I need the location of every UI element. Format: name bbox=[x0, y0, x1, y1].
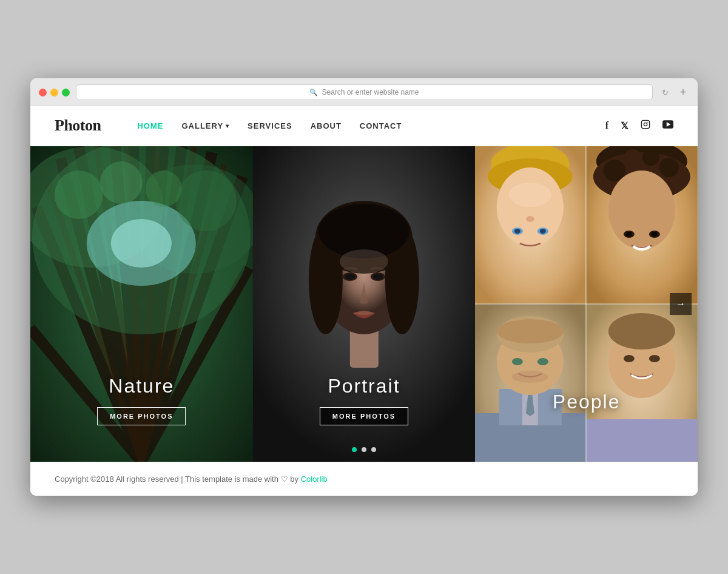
website-content: Photon HOME GALLERY ▾ SERVICES ABOUT CON… bbox=[30, 106, 698, 496]
traffic-lights bbox=[39, 89, 70, 96]
people-panel-overlay: People MORE PHOTOS bbox=[475, 391, 698, 462]
gallery-panel-portrait[interactable]: Portrait MORE PHOTOS bbox=[253, 146, 476, 462]
nature-title: Nature bbox=[109, 375, 174, 397]
address-bar[interactable]: 🔍 Search or enter website name bbox=[76, 84, 653, 100]
svg-point-44 bbox=[339, 249, 388, 274]
youtube-icon[interactable] bbox=[662, 120, 673, 131]
gallery-panel-nature[interactable]: Nature MORE PHOTOS bbox=[30, 146, 253, 462]
svg-point-64 bbox=[608, 171, 675, 249]
footer-colorlib-link[interactable]: Colorlib bbox=[301, 474, 328, 484]
svg-rect-0 bbox=[641, 120, 649, 128]
svg-point-42 bbox=[345, 274, 354, 280]
svg-point-61 bbox=[659, 158, 679, 177]
site-nav: HOME GALLERY ▾ SERVICES ABOUT CONTACT bbox=[137, 121, 605, 130]
nav-gallery[interactable]: GALLERY ▾ bbox=[181, 121, 229, 130]
nav-home[interactable]: HOME bbox=[137, 121, 163, 130]
svg-point-62 bbox=[624, 149, 642, 167]
svg-point-32 bbox=[146, 171, 182, 207]
footer-copyright: Copyright ©2018 All rights reserved | Th… bbox=[55, 474, 278, 484]
nature-more-photos-button[interactable]: MORE PHOTOS bbox=[97, 407, 186, 425]
carousel-dots bbox=[253, 447, 476, 452]
close-button[interactable] bbox=[39, 89, 47, 96]
gallery-grid: Nature MORE PHOTOS bbox=[30, 146, 698, 462]
address-text: Search or enter website name bbox=[322, 88, 419, 96]
dot-1[interactable] bbox=[352, 447, 357, 452]
facebook-icon[interactable]: f bbox=[605, 120, 608, 131]
svg-point-80 bbox=[608, 313, 675, 349]
svg-point-76 bbox=[538, 358, 548, 365]
gallery-panel-people[interactable]: → People MORE PHOTOS bbox=[475, 146, 698, 462]
footer-by: by bbox=[290, 474, 298, 484]
svg-point-28 bbox=[111, 219, 172, 268]
svg-point-54 bbox=[514, 229, 521, 234]
browser-window: 🔍 Search or enter website name ↻ + Photo… bbox=[30, 78, 698, 496]
site-logo[interactable]: Photon bbox=[55, 116, 101, 135]
browser-chrome: 🔍 Search or enter website name ↻ + bbox=[30, 78, 698, 106]
svg-point-2 bbox=[647, 122, 648, 123]
chevron-down-icon: ▾ bbox=[226, 123, 229, 129]
twitter-icon[interactable]: 𝕏 bbox=[621, 120, 629, 132]
people-title: People bbox=[553, 391, 621, 413]
social-icons: f 𝕏 bbox=[605, 120, 673, 132]
dot-3[interactable] bbox=[371, 447, 376, 452]
svg-point-57 bbox=[509, 183, 551, 207]
svg-point-81 bbox=[624, 355, 635, 362]
nav-services[interactable]: SERVICES bbox=[248, 121, 292, 130]
instagram-icon[interactable] bbox=[641, 120, 650, 132]
svg-point-43 bbox=[372, 274, 382, 280]
svg-point-29 bbox=[55, 171, 103, 219]
svg-point-77 bbox=[512, 371, 548, 383]
heart-icon: ♡ bbox=[281, 474, 288, 484]
refresh-button[interactable]: ↻ bbox=[659, 86, 671, 98]
svg-point-56 bbox=[526, 216, 534, 222]
svg-point-31 bbox=[100, 161, 143, 204]
new-tab-button[interactable]: + bbox=[677, 86, 689, 98]
svg-point-75 bbox=[512, 358, 523, 365]
svg-point-82 bbox=[649, 355, 660, 362]
nav-about[interactable]: ABOUT bbox=[311, 121, 342, 130]
nature-panel-overlay: Nature MORE PHOTOS bbox=[30, 375, 253, 462]
svg-point-55 bbox=[540, 229, 546, 234]
portrait-title: Portrait bbox=[328, 375, 400, 397]
site-header: Photon HOME GALLERY ▾ SERVICES ABOUT CON… bbox=[30, 106, 698, 146]
svg-point-74 bbox=[497, 319, 564, 343]
maximize-button[interactable] bbox=[62, 89, 70, 96]
minimize-button[interactable] bbox=[50, 89, 58, 96]
svg-point-67 bbox=[626, 232, 632, 237]
svg-point-1 bbox=[644, 123, 647, 126]
portrait-more-photos-button[interactable]: MORE PHOTOS bbox=[320, 407, 408, 425]
svg-point-63 bbox=[642, 149, 659, 166]
nav-contact[interactable]: CONTACT bbox=[360, 121, 402, 130]
svg-point-68 bbox=[652, 232, 658, 237]
svg-point-30 bbox=[176, 171, 237, 231]
site-footer: Copyright ©2018 All rights reserved | Th… bbox=[30, 462, 698, 496]
search-icon: 🔍 bbox=[309, 89, 318, 96]
dot-2[interactable] bbox=[362, 447, 366, 452]
next-arrow-button[interactable]: → bbox=[670, 293, 692, 315]
